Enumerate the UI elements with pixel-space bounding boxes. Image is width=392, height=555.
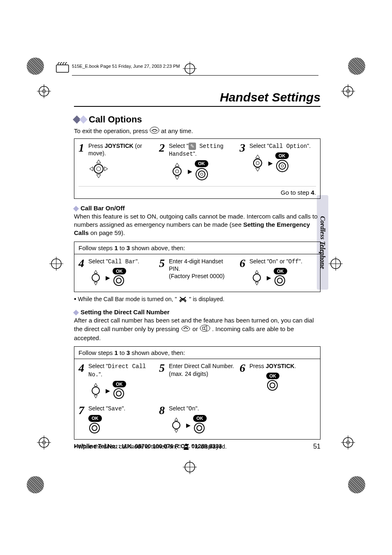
svg-marker-60 xyxy=(255,282,258,285)
svg-marker-69 xyxy=(94,395,97,398)
go-num: 4 xyxy=(311,189,314,196)
step-1: 1 Press JOYSTICK (or move). xyxy=(78,142,155,183)
go-dot: . xyxy=(314,189,316,196)
ok-press-icon: OK xyxy=(274,267,287,288)
print-corner-icon xyxy=(348,476,365,493)
svg-point-79 xyxy=(194,423,204,433)
exit-prefix: To exit the operation, press xyxy=(74,127,148,134)
book-binding-icon xyxy=(55,62,69,75)
registration-mark-icon xyxy=(49,257,63,272)
follow-num: 1 xyxy=(115,244,118,251)
svg-point-80 xyxy=(197,426,202,431)
step-mono: On xyxy=(269,258,276,265)
svg-point-39 xyxy=(173,167,181,175)
exit-instruction: To exit the operation, press at any time… xyxy=(74,127,321,135)
step-text: " or " xyxy=(276,258,288,265)
follow-text: Follow steps xyxy=(78,349,115,356)
step-5: 5 Enter 4-digit Handset PIN. (Factory Pr… xyxy=(159,258,235,289)
svg-point-47 xyxy=(256,161,259,165)
ok-badge: OK xyxy=(274,268,287,274)
svg-point-61 xyxy=(275,276,285,286)
step-text: ". xyxy=(99,371,102,378)
step-text: Enter Direct Call Number. xyxy=(169,363,234,369)
direct-heading: Setting the Direct Call Number xyxy=(74,309,321,315)
step-text: ". xyxy=(122,405,125,412)
svg-point-75 xyxy=(92,426,97,431)
ok-press-icon: OK xyxy=(266,372,280,393)
ok-badge: OK xyxy=(193,415,207,421)
svg-marker-38 xyxy=(104,167,108,171)
svg-point-56 xyxy=(114,276,124,286)
step-text: ". xyxy=(307,143,311,149)
svg-point-65 xyxy=(200,325,210,332)
step-number: 5 xyxy=(159,362,167,401)
cancel-handset-icon xyxy=(150,127,159,135)
call-options-heading: Call Options xyxy=(74,114,321,125)
svg-point-73 xyxy=(270,383,275,388)
direct-follow-row: Follow steps 1 to 3 shown above, then: xyxy=(74,346,321,359)
step-subtext: (Factory Preset 0000) xyxy=(169,273,224,279)
step-text: Enter 4-digit Handset PIN. xyxy=(169,258,223,272)
follow-num: 1 xyxy=(115,349,118,356)
page: 515E_E.book Page 51 Friday, June 27, 200… xyxy=(0,0,392,555)
svg-point-51 xyxy=(279,163,286,169)
exit-suffix: at any time. xyxy=(161,127,193,134)
step-empty xyxy=(240,405,316,436)
joystick-updown-icon xyxy=(88,382,103,399)
note-text: " is displayed. xyxy=(189,296,224,302)
arrow-right-icon: ▶ xyxy=(188,168,192,175)
follow-text: Follow steps xyxy=(78,244,115,251)
callbar-paragraph: When this feature is set to ON, outgoing… xyxy=(74,212,321,237)
print-corner-icon xyxy=(348,58,365,75)
step-text: ". xyxy=(136,258,139,265)
svg-point-34 xyxy=(97,167,101,171)
step-number: 6 xyxy=(240,362,248,401)
joystick-updown-icon xyxy=(169,162,185,181)
step-bold: JOYSTICK xyxy=(105,143,134,149)
step-text: Select " xyxy=(88,363,108,369)
page-footer: Helpline Tel.No. : U.K. 08700 100 076 R.… xyxy=(74,443,321,450)
joystick-all-icon xyxy=(88,159,109,179)
callbar-note: • While the Call Bar mode is turned on, … xyxy=(74,295,321,302)
step-mono: Save xyxy=(108,405,122,412)
wrench-icon: ✎ xyxy=(189,143,196,150)
svg-point-40 xyxy=(175,170,179,173)
step-text: Select " xyxy=(169,143,189,149)
svg-marker-77 xyxy=(175,418,178,421)
callbar-heading-text: Call Bar On/Off xyxy=(81,205,125,212)
follow-num: 3 xyxy=(127,244,130,251)
diamond-small-icon xyxy=(73,206,79,212)
ok-badge: OK xyxy=(113,381,126,387)
bullet-icon: • xyxy=(74,296,76,302)
ok-press-icon: OK xyxy=(113,380,126,401)
svg-point-58 xyxy=(253,274,261,281)
svg-point-53 xyxy=(92,274,99,281)
svg-point-71 xyxy=(116,391,121,396)
step-number: 1 xyxy=(78,142,87,183)
section-title: Handset Settings xyxy=(74,90,321,107)
step-text: Select " xyxy=(169,405,189,412)
step-3: 3 Select "Call Option". ▶ OK xyxy=(240,142,316,183)
call-options-heading-text: Call Options xyxy=(89,114,142,125)
svg-rect-66 xyxy=(203,327,205,329)
arrow-right-icon: ▶ xyxy=(106,274,110,281)
step-text: . xyxy=(295,363,296,369)
page-header-meta: 515E_E.book Page 51 Friday, June 27, 200… xyxy=(72,64,180,69)
step-number: 4 xyxy=(78,362,87,401)
follow-text: shown above, then: xyxy=(130,349,185,356)
svg-point-46 xyxy=(254,159,262,167)
arrow-right-icon: ▶ xyxy=(186,421,191,429)
step-text: Select " xyxy=(88,258,108,265)
step-5: 5 Enter Direct Call Number. (max. 24 dig… xyxy=(159,362,235,401)
registration-mark-icon xyxy=(183,460,197,475)
svg-point-30 xyxy=(153,131,154,132)
step-6: 6 Select "On" or "Off". ▶ OK xyxy=(240,258,316,289)
ok-badge: OK xyxy=(88,415,102,421)
joystick-updown-icon xyxy=(88,269,103,286)
ok-press-icon: OK xyxy=(193,414,207,435)
svg-marker-49 xyxy=(256,168,260,171)
step-text: Select " xyxy=(88,405,108,412)
joystick-updown-icon xyxy=(249,269,264,286)
svg-point-67 xyxy=(92,387,99,394)
step-number: 2 xyxy=(159,142,167,183)
